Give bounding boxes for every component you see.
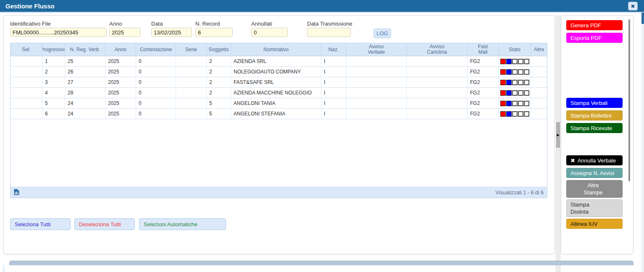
cell: FAST&SAFE SRL	[231, 77, 321, 87]
annulla-verbale-button[interactable]: ✖Annulla Verbale	[566, 155, 623, 165]
deseleziona-tutti-button[interactable]: Deseleziona Tutti	[74, 218, 135, 230]
stato-blue-square	[506, 80, 512, 85]
column-header-4[interactable]: Contestazione	[136, 43, 176, 56]
stato-blue-square	[506, 59, 512, 64]
actions-side-panel: Genera PDFEsporta PDFStampa VerbaliStamp…	[561, 15, 633, 254]
table-row[interactable]: 125202502AZIENDA SRLIFG2	[11, 56, 547, 67]
anno-input[interactable]	[109, 28, 141, 37]
altre-stampe-button[interactable]: AltreStampe	[566, 180, 623, 198]
selezioni-automatiche-button[interactable]: Selezioni Automatiche	[139, 218, 226, 230]
selection-buttons: Seleziona TuttiDeseleziona TuttiSelezion…	[10, 218, 548, 230]
column-header-8[interactable]: Naz.	[321, 43, 346, 56]
column-header-11[interactable]: Fast Mail	[468, 43, 499, 56]
cell: 5	[207, 109, 231, 119]
cell	[346, 98, 407, 108]
cell: 0	[136, 77, 176, 87]
column-header-7[interactable]: Nominativo	[231, 43, 321, 56]
cell: 2	[207, 67, 231, 77]
identificativo-file-input[interactable]	[10, 28, 107, 37]
cell: 0	[136, 56, 176, 66]
cell[interactable]	[11, 56, 42, 66]
table-row[interactable]: 428202502AZIENDA MACCHINE NOLEGGIOIFG2	[11, 88, 547, 98]
button-label-line: Distinta	[567, 208, 620, 215]
page-scrollbar[interactable]	[641, 13, 644, 272]
cell: 25	[65, 56, 105, 66]
cell-altre	[531, 56, 547, 66]
close-button[interactable]: ✖	[628, 2, 638, 10]
annullati-input[interactable]	[251, 28, 288, 37]
stato-empty-square	[524, 101, 529, 106]
cell: I	[321, 77, 346, 87]
stato-cell	[499, 98, 531, 108]
table-row[interactable]: 327202502FAST&SAFE SRLIFG2	[11, 77, 547, 88]
esporta-pdf-button[interactable]: Esporta PDF	[566, 33, 623, 43]
stato-empty-square	[518, 80, 523, 85]
column-header-1[interactable]: Progressivo	[42, 43, 65, 56]
button-label: Annulla Verbale	[578, 157, 616, 164]
window-title-bar: Gestione Flusso ✖	[0, 0, 644, 13]
collapsed-bottom-panel-bar[interactable]	[9, 261, 633, 265]
cell-altre	[531, 88, 547, 98]
table-row[interactable]: 226202502NOLEGGIOAUTO COMPANYIFG2	[11, 67, 547, 77]
column-header-0[interactable]: Sel.	[11, 43, 42, 56]
side-panel-scrollbar[interactable]	[628, 19, 630, 181]
cell[interactable]	[11, 67, 42, 77]
stampa-ricevute-button[interactable]: Stampa Ricevute	[566, 123, 623, 133]
document-chart-icon[interactable]	[14, 189, 19, 196]
column-header-12[interactable]: Stato	[499, 43, 531, 56]
cell: 2	[207, 88, 231, 98]
genera-pdf-button[interactable]: Genera PDF	[566, 20, 623, 30]
data-label: Data	[151, 21, 192, 27]
anno-field-group: Anno	[109, 21, 141, 37]
table-row[interactable]: 624202505ANGELONI STEFANIAIFG2	[11, 109, 547, 119]
stampa-bollettini-button[interactable]: Stampa Bollettini	[566, 110, 623, 120]
table-row[interactable]: 524202505ANGELONI TANIAIFG2	[11, 98, 547, 109]
button-label: Stampa Bollettini	[570, 112, 612, 119]
cell[interactable]	[11, 88, 42, 98]
column-header-5[interactable]: Serie	[176, 43, 207, 56]
cell: FG2	[468, 98, 499, 108]
column-header-9[interactable]: Avviso Verbale	[346, 43, 407, 56]
stato-red-square	[500, 101, 506, 106]
stato-blue-square	[506, 69, 512, 75]
stampa-verbali-button[interactable]: Stampa Verbali	[566, 98, 623, 108]
column-header-13[interactable]: Altre	[531, 43, 547, 56]
stampa-distinta-button[interactable]: StampaDistinta	[566, 199, 623, 217]
allinea-iuv-button[interactable]: Allinea IUV	[566, 219, 623, 229]
cell	[176, 98, 207, 108]
window-title: Gestione Flusso	[5, 3, 55, 10]
log-button[interactable]: LOG	[373, 29, 391, 38]
cell[interactable]	[11, 77, 42, 87]
cell[interactable]	[11, 109, 42, 119]
cell: ANGELONI TANIA	[231, 98, 321, 108]
splitter-handle[interactable]: ▶	[556, 122, 560, 148]
data-input[interactable]	[151, 28, 192, 37]
column-header-10[interactable]: Avviso Cartolina	[407, 43, 468, 56]
cell[interactable]	[11, 98, 42, 108]
cell: 2	[207, 77, 231, 87]
identificativo-file-label: Identificativo File	[10, 21, 107, 27]
cell	[346, 88, 407, 98]
n-record-input[interactable]	[195, 28, 233, 37]
seleziona-tutti-button[interactable]: Seleziona Tutti	[10, 218, 71, 230]
assegna-n-avvisi-button[interactable]: Assegna N. Avvisi	[566, 168, 623, 178]
pagination-status: Visualizzati 1 - 6 di 6	[496, 190, 544, 196]
cell-altre	[531, 109, 547, 119]
page-scrollbar-thumb[interactable]	[641, 13, 644, 24]
cell-altre	[531, 98, 547, 108]
n-record-field-group: N. Record	[195, 21, 233, 37]
stato-red-square	[500, 59, 506, 64]
column-header-2[interactable]: N. Reg. Verb.	[65, 43, 105, 56]
cell: 0	[136, 109, 176, 119]
column-header-3[interactable]: Anno	[105, 43, 136, 56]
data-trasmissione-input[interactable]	[307, 28, 351, 37]
cell	[407, 88, 468, 98]
flusso-form: Identificativo File Anno Data N. Record …	[10, 21, 548, 38]
stato-empty-square	[518, 90, 523, 96]
cell: AZIENDA MACCHINE NOLEGGIO	[231, 88, 321, 98]
panel-splitter[interactable]: ▶	[556, 15, 560, 272]
column-header-6[interactable]: Soggetto	[207, 43, 231, 56]
cell: FG2	[468, 88, 499, 98]
cell: AZIENDA SRL	[231, 56, 321, 66]
cell: 0	[136, 67, 176, 77]
